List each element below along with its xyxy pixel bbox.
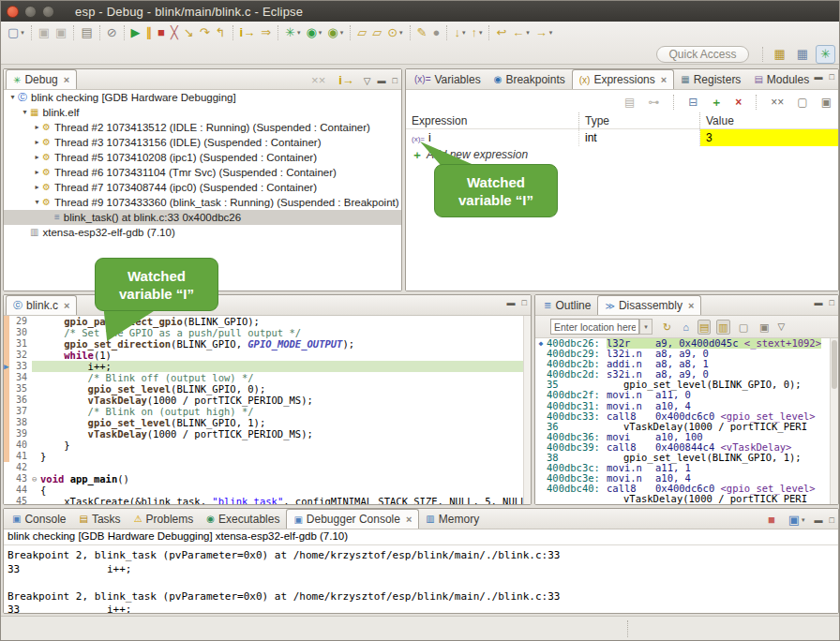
debug-tree-row[interactable]: ▸⚙Thread #5 1073410208 (ipc1) (Suspended… [4, 150, 401, 165]
open-perspective-button[interactable]: ▦ [771, 45, 789, 64]
window-close-button[interactable] [7, 6, 19, 18]
bottom-tab-debugger-console[interactable]: ▣Debugger Console× [286, 509, 419, 529]
expand-arrow-icon[interactable]: ▸ [32, 120, 42, 135]
expand-arrow-icon[interactable]: ▾ [20, 105, 30, 120]
debug-tree-row[interactable]: ≡blink_task() at blink.c:33 0x400dbc26 [4, 210, 401, 225]
bottom-tab-executables[interactable]: ◉Executables [200, 509, 286, 529]
open-type-button[interactable]: ● [430, 24, 443, 41]
dropdown-arrow-icon[interactable]: ▾ [319, 29, 322, 37]
remove-expression-button[interactable]: × [732, 94, 744, 111]
disconnect-button[interactable]: ╳ [168, 24, 181, 41]
save-all-button[interactable]: ▣ [52, 24, 69, 41]
editor-tab-blink-c[interactable]: ⓒblink.c× [6, 295, 77, 315]
location-input[interactable] [550, 319, 639, 335]
expressions-tab-breakpoints[interactable]: ◉Breakpoints [488, 69, 572, 89]
new-project-folder-button[interactable]: ▱ [354, 24, 369, 41]
collapse-all-button[interactable]: ⊟ [685, 94, 700, 111]
print-button[interactable]: ▤ [78, 24, 95, 41]
window-maximize-button[interactable] [42, 6, 54, 18]
remove-all-expressions-button[interactable]: ×× [768, 94, 787, 111]
step-into-button[interactable]: ↘ [181, 24, 197, 41]
step-return-button[interactable]: ↰ [213, 24, 229, 41]
close-tab-icon[interactable]: × [688, 300, 694, 311]
view-menu-icon[interactable]: ▽ [364, 76, 371, 86]
minimize-icon[interactable]: ▬ [815, 515, 823, 525]
forward-button[interactable]: →▾ [532, 24, 556, 41]
code-editor[interactable]: 29 gpio_pad_select_gpio(BLINK_GPIO);30 /… [4, 316, 523, 504]
minimize-icon[interactable]: ▬ [378, 76, 386, 85]
quick-access-button[interactable]: Quick Access [656, 46, 748, 63]
close-tab-icon[interactable]: × [661, 74, 667, 85]
terminate-console-button[interactable]: ■ [765, 512, 778, 529]
scrollbar-thumb[interactable] [832, 340, 837, 389]
expression-row[interactable]: (x)=i int 3 [406, 129, 838, 146]
refresh-button[interactable]: ↻ [660, 319, 674, 335]
dropdown-arrow-icon[interactable]: ▾ [399, 29, 403, 37]
show-source-toggle[interactable]: ▤ [698, 320, 711, 335]
resume-button[interactable]: ▶ [128, 24, 143, 41]
overview-ruler[interactable] [523, 316, 531, 504]
expand-arrow-icon[interactable]: ▾ [32, 195, 42, 210]
use-step-filters-toggle[interactable]: ⇒ [258, 24, 274, 41]
close-tab-icon[interactable]: × [64, 74, 69, 85]
expand-arrow-icon[interactable]: ▾ [8, 90, 18, 105]
maximize-icon[interactable]: □ [830, 515, 834, 525]
debug-button[interactable]: ✳▾ [282, 24, 303, 41]
location-dropdown-icon[interactable]: ▾ [639, 319, 652, 335]
new-view-button[interactable]: ▢ [794, 94, 810, 111]
search-button[interactable]: ⊙▾ [384, 24, 405, 41]
expressions-tab-modules[interactable]: ▤Modules [747, 69, 816, 89]
expressions-tab-expressions[interactable]: (x)Expressions× [572, 69, 674, 89]
bottom-tab-console[interactable]: ▣Console [6, 509, 72, 529]
debug-tree-row[interactable]: ▾▦blink.elf [4, 105, 401, 120]
new-wizard-button[interactable]: ▢▾ [5, 24, 27, 41]
window-minimize-button[interactable] [24, 6, 37, 18]
next-annotation-button[interactable]: ↓▾ [451, 24, 468, 41]
column-expression[interactable]: Expression [406, 112, 579, 128]
right-tab-disassembly[interactable]: ≫Disassembly× [597, 295, 701, 315]
pin-view-button[interactable]: ▣ [757, 319, 772, 335]
previous-annotation-button[interactable]: ↑▾ [468, 24, 485, 41]
expand-arrow-icon[interactable]: ▸ [32, 165, 42, 180]
new-view-button[interactable]: ▢ [736, 319, 751, 335]
disassembly-scrollbar[interactable] [830, 338, 838, 504]
sync-context-toggle[interactable]: ▥ [716, 320, 729, 335]
mark-occurrences-toggle[interactable]: ✎ [414, 24, 430, 41]
dropdown-arrow-icon[interactable]: ▾ [462, 29, 466, 37]
debug-tree-row[interactable]: ▾⚙Thread #9 1073433360 (blink_task : Run… [4, 195, 401, 210]
cpp-perspective-button[interactable]: ▦ [793, 45, 812, 64]
save-button[interactable]: ▣ [36, 24, 52, 41]
expressions-tab-registers[interactable]: ▦Registers [674, 69, 747, 89]
run-button[interactable]: ◉▾ [303, 24, 324, 41]
display-selected-console-button[interactable]: ▣▾ [786, 512, 808, 529]
terminate-button[interactable]: ■ [155, 24, 168, 41]
bottom-tab-memory[interactable]: ▥Memory [419, 509, 486, 529]
dropdown-arrow-icon[interactable]: ▾ [526, 29, 530, 37]
dropdown-arrow-icon[interactable]: ▾ [802, 516, 805, 524]
minimize-icon[interactable]: ▬ [815, 72, 823, 82]
dropdown-arrow-icon[interactable]: ▾ [340, 29, 344, 37]
home-button[interactable]: ⌂ [680, 319, 692, 335]
dropdown-arrow-icon[interactable]: ▾ [297, 29, 301, 37]
debug-tree-row[interactable]: ▸⚙Thread #2 1073413512 (IDLE : Running) … [4, 120, 401, 135]
close-tab-icon[interactable]: × [64, 300, 69, 311]
instruction-stepping-toggle[interactable]: i→ [237, 24, 259, 41]
right-tab-outline[interactable]: ≣Outline [537, 295, 597, 315]
dropdown-arrow-icon[interactable]: ▾ [479, 29, 483, 37]
maximize-icon[interactable]: □ [830, 298, 834, 307]
expand-arrow-icon[interactable]: ▸ [32, 150, 42, 165]
debug-tree-row[interactable]: ▾Ⓒblink checking [GDB Hardware Debugging… [4, 90, 401, 105]
step-over-button[interactable]: ↷ [197, 24, 213, 41]
view-menu-icon[interactable]: ▽ [778, 321, 786, 332]
column-type[interactable]: Type [579, 112, 700, 128]
minimize-icon[interactable]: ▬ [507, 298, 516, 307]
debug-tree-row[interactable]: ▸⚙Thread #3 1073413156 (IDLE) (Suspended… [4, 135, 401, 150]
skip-all-breakpoints-button[interactable]: ⊘ [104, 24, 120, 41]
dropdown-arrow-icon[interactable]: ▾ [21, 29, 24, 37]
fold-collapse-icon[interactable]: ⊖ [32, 473, 40, 484]
open-folder-button[interactable]: ▱ [369, 24, 384, 41]
expand-arrow-icon[interactable]: ▸ [32, 180, 42, 195]
minimize-icon[interactable]: ▬ [815, 298, 823, 307]
external-tools-button[interactable]: ◉▾ [324, 24, 346, 41]
show-type-names-toggle[interactable]: ▤ [622, 94, 638, 111]
